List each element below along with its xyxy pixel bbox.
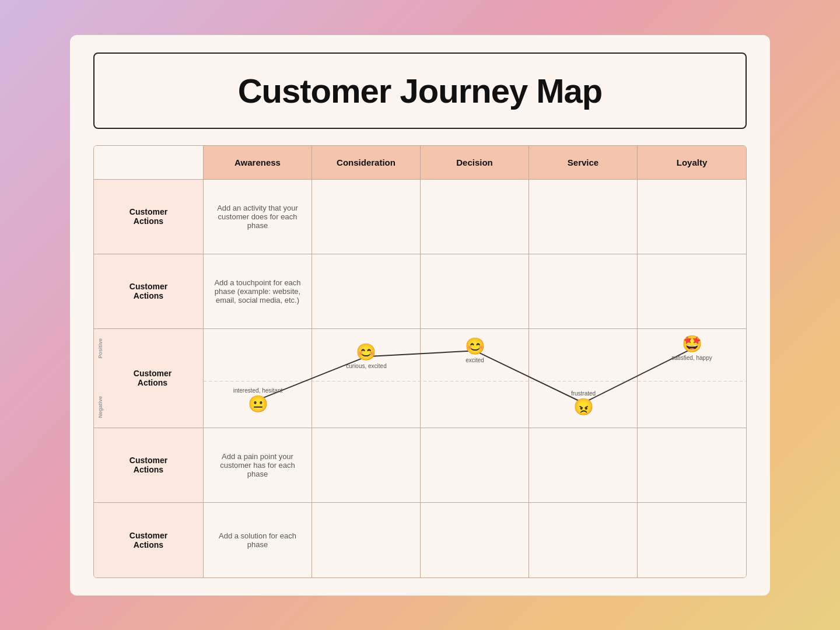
cell-row0-col1[interactable]	[312, 180, 421, 254]
cell-row1-col1[interactable]	[312, 254, 421, 329]
cell-row4-col4[interactable]	[638, 503, 746, 578]
cell-row4-col1[interactable]	[312, 503, 421, 578]
cell-row3-col0[interactable]: Add a pain point your customer has for e…	[204, 428, 312, 503]
header-cell-awareness: Awareness	[204, 146, 312, 180]
row-label-emotion: PositiveNegativeCustomer Actions	[94, 329, 204, 428]
positive-axis-label: Positive	[97, 338, 103, 359]
cell-row3-col2[interactable]	[421, 428, 529, 503]
cell-row4-col2[interactable]	[421, 503, 529, 578]
cell-row1-col4[interactable]	[638, 254, 746, 329]
cell-row4-col0[interactable]: Add a solution for each phase	[204, 503, 312, 578]
row-label-0: Customer Actions	[94, 180, 204, 254]
emotion-emoji-2: 😊	[465, 338, 485, 354]
emotion-label-1: curious, excited	[346, 362, 386, 369]
header-cell-decision: Decision	[421, 146, 529, 180]
cell-row1-col2[interactable]	[421, 254, 529, 329]
header-empty-cell	[94, 146, 204, 180]
emotion-label-4: satisfied, happy	[671, 355, 712, 361]
cell-row4-col3[interactable]	[529, 503, 638, 578]
journey-grid: AwarenessConsiderationDecisionServiceLoy…	[93, 145, 747, 578]
title-box: Customer Journey Map	[93, 52, 747, 129]
cell-row3-col3[interactable]	[529, 428, 638, 503]
header-cell-service: Service	[529, 146, 638, 180]
row-label-4: Customer Actions	[94, 503, 204, 578]
emotion-chart-area: 😐interested, hesitant😊curious, excited😊e…	[204, 329, 746, 428]
cell-row1-col0[interactable]: Add a touchpoint for each phase (example…	[204, 254, 312, 329]
emotion-emoji-4: 🤩	[682, 336, 702, 352]
emotion-item-1: 😊curious, excited	[346, 344, 386, 369]
emotion-emoji-0: 😐	[248, 396, 268, 412]
emotion-item-4: 🤩satisfied, happy	[671, 336, 712, 361]
emotion-item-3: 😠frustrated	[571, 390, 596, 415]
svg-line-3	[475, 351, 583, 403]
header-cell-consideration: Consideration	[312, 146, 421, 180]
negative-axis-label: Negative	[97, 396, 103, 418]
cell-row3-col4[interactable]	[638, 428, 746, 503]
emotion-label-0: interested, hesitant	[233, 387, 283, 394]
canvas: Customer Journey Map AwarenessConsiderat…	[70, 35, 770, 596]
emotion-label-3: frustrated	[571, 390, 596, 397]
emotion-emoji-3: 😠	[573, 399, 594, 415]
cell-row0-col0[interactable]: Add an activity that your customer does …	[204, 180, 312, 254]
cell-row1-col3[interactable]	[529, 254, 638, 329]
cell-row0-col4[interactable]	[638, 180, 746, 254]
header-cell-loyalty: Loyalty	[638, 146, 746, 180]
emotion-item-2: 😊excited	[465, 338, 485, 363]
page-title: Customer Journey Map	[238, 72, 603, 110]
row-label-3: Customer Actions	[94, 428, 204, 503]
row-label-1: Customer Actions	[94, 254, 204, 329]
emotion-item-0: 😐interested, hesitant	[233, 387, 283, 412]
cell-row0-col3[interactable]	[529, 180, 638, 254]
emotion-emoji-1: 😊	[356, 344, 376, 360]
cell-row3-col1[interactable]	[312, 428, 421, 503]
emotion-label-2: excited	[466, 356, 484, 363]
cell-row0-col2[interactable]	[421, 180, 529, 254]
